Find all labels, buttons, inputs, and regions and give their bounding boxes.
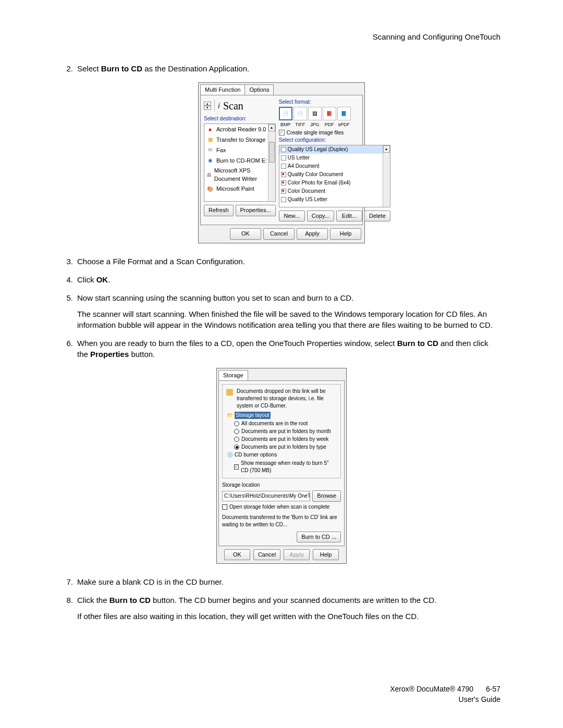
config-label: Quality Color Document [288,171,343,178]
step-number: 2. [63,63,77,74]
help-button[interactable]: Help [313,549,339,560]
refresh-button[interactable]: Refresh [204,205,234,216]
tab-multifunction[interactable]: Multi Function [200,84,245,95]
radio-month[interactable]: Documents are put in folders by month [234,428,337,435]
format-label: TIFF [293,121,307,128]
tab-options[interactable]: Options [244,84,274,95]
ok-button[interactable]: OK [230,228,261,239]
dest-item[interactable]: ▲Acrobat Reader 9.0 [204,124,275,134]
step-text-b: as the Destination Application. [142,64,249,73]
copy-button[interactable]: Copy... [307,211,334,221]
step-number: 7. [63,576,77,587]
format-bmp-icon[interactable]: 📄 [279,107,292,120]
step-number: 4. [63,274,77,285]
config-item[interactable]: Quality US Letter🔒 [279,195,390,204]
ok-button[interactable]: OK [224,549,250,560]
create-single-checkbox[interactable]: ✓Create single image files [279,129,390,137]
step-bold-2: Properties [90,350,129,359]
config-item[interactable]: A4 Document🔒 [279,162,390,170]
format-tiff-icon[interactable]: 📄 [293,107,307,120]
page-header: Scanning and Configuring OneTouch [63,31,500,42]
step-para: If other files are also waiting in this … [77,611,500,622]
cancel-button[interactable]: Cancel [263,228,295,239]
show-message-checkbox[interactable]: ✓Show message when ready to burn 5" CD (… [234,460,337,474]
config-item[interactable]: Quality Color Document🔒 [279,170,390,179]
open-folder-checkbox[interactable]: Open storage folder when scan is complet… [222,503,341,511]
dest-item[interactable]: 🖶Microsoft XPS Document Writer [204,166,275,184]
cd-options-label: CD burner options [235,451,277,459]
select-format-label: Select format: [279,98,390,106]
radio-label: Documents are put in folders by type [241,443,326,451]
radio-label: Documents are put in folders by month [241,428,331,435]
format-label: PDF [323,121,336,128]
delete-button[interactable]: Delete [364,211,390,221]
properties-button[interactable]: Properties... [236,205,276,216]
step-text: Select [77,64,101,73]
radio-label: All documents are in the root [241,420,308,427]
burn-to-cd-button[interactable]: Burn to CD ... [297,532,341,542]
config-item[interactable]: Color Photo for Email (6x4)🔒 [279,179,390,187]
radio-type[interactable]: Documents are put in folders by type [234,443,337,451]
step-2: 2. Select Burn to CD as the Destination … [63,63,500,74]
new-button[interactable]: New... [279,211,305,221]
step-text: Click [77,275,96,284]
instruction-list-cont: 3. Choose a File Format and a Scan Confi… [63,256,500,360]
folder-icon: 📁 [227,412,233,419]
scrollbar[interactable]: ▴ [383,145,390,207]
step-7: 7. Make sure a blank CD is in the CD bur… [63,576,500,587]
radio-root[interactable]: All documents are in the root [234,420,337,427]
scan-title: ▴▾ i Scan [204,98,276,113]
step-text-c: button. [129,350,155,359]
browse-button[interactable]: Browse [312,490,341,501]
storage-properties-dialog: Storage ▦ Documents dropped on this link… [216,368,347,564]
xps-icon: 🖶 [206,171,212,179]
scrollbar[interactable]: ▴ [268,124,275,201]
radio-week[interactable]: Documents are put in folders by week [234,436,337,443]
destination-list[interactable]: ▲Acrobat Reader 9.0 ▦Transfer to Storage… [204,124,276,202]
config-item[interactable]: Quality US Legal (Duplex)🔒 [279,145,390,154]
format-spdf-icon[interactable]: 📘 [337,107,351,120]
format-label: sPDF [337,121,351,128]
waiting-note: Documents transferred to the 'Burn to CD… [222,514,341,528]
onetouch-dialog: Multi Function Options ▴▾ i Scan Select … [198,82,365,243]
tab-storage[interactable]: Storage [218,370,248,380]
edit-button[interactable]: Edit... [336,211,362,221]
step-text: Now start scanning using the scanning bu… [77,293,353,302]
cd-icon: 💿 [227,451,233,459]
dest-item[interactable]: ◉Burn to CD-ROM E: [204,155,275,166]
dest-item[interactable]: 🎨Microsoft Paint [204,184,275,194]
step-text: When you are ready to burn the files to … [77,339,397,348]
dest-item[interactable]: ▦Transfer to Storage [204,134,275,145]
step-body: Click the Burn to CD button. The CD burn… [77,595,500,622]
step-5: 5. Now start scanning using the scanning… [63,292,500,330]
step-body: Select Burn to CD as the Destination App… [77,63,500,74]
step-body: Now start scanning using the scanning bu… [77,292,500,330]
button-stepper[interactable]: ▴▾ [204,102,211,110]
storage-location-label: Storage location [222,482,341,489]
paint-icon: 🎨 [206,185,214,193]
step-number: 5. [63,292,77,330]
apply-button[interactable]: Apply [284,549,310,560]
dest-item[interactable]: ✉Fax [204,145,275,155]
step-body: Click OK. [77,274,500,285]
config-item[interactable]: Color Document🔒 [279,187,390,195]
dest-label: Burn to CD-ROM E: [216,157,267,165]
format-jpg-icon[interactable]: 🖼 [308,107,322,120]
config-item[interactable]: US Letter🔒 [279,154,390,162]
storage-layout-label: Storage layout [235,412,271,419]
step-number: 8. [63,595,77,622]
storage-path-field[interactable]: C:\Users\RHolz\Documents\My OneTouch Arc… [222,491,310,501]
scan-label: Scan [223,98,243,113]
help-button[interactable]: Help [330,228,361,239]
config-list[interactable]: Quality US Legal (Duplex)🔒 US Letter🔒 A4… [279,145,390,207]
cancel-button[interactable]: Cancel [253,549,280,560]
guide-name: User's Guide [459,695,500,704]
instruction-list: 2. Select Burn to CD as the Destination … [63,63,500,74]
apply-button[interactable]: Apply [297,228,328,239]
info-icon: i [218,101,220,112]
format-label: BMP [279,121,292,128]
format-pdf-icon[interactable]: 📕 [323,107,336,120]
dest-label: Fax [216,146,226,154]
checkbox-label: Open storage folder when scan is complet… [229,503,329,511]
step-8: 8. Click the Burn to CD button. The CD b… [63,595,500,622]
